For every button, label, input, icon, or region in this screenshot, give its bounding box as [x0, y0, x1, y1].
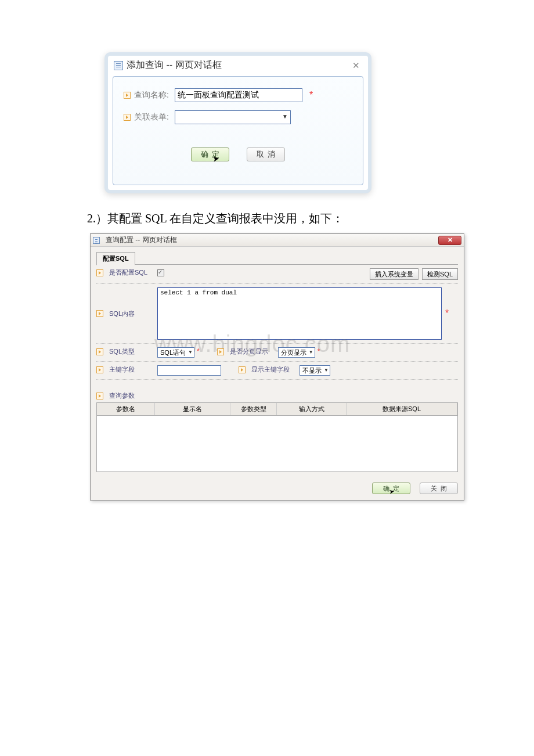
cancel-button-label: 取消 — [257, 149, 279, 160]
add-query-dialog: 添加查询 -- 网页对话框 ✕ 查询名称: * 关联表单: 确定 ➤ — [104, 52, 371, 193]
query-name-label: 查询名称: — [134, 90, 175, 100]
th-param-type: 参数类型 — [230, 403, 277, 415]
dialog-body: 查询名称: * 关联表单: 确定 ➤ 取消 — [113, 76, 363, 185]
sql-content-label: SQL内容 — [109, 309, 135, 318]
arrow-right-icon — [96, 366, 103, 373]
related-form-select[interactable] — [175, 110, 291, 124]
cursor-icon: ➤ — [212, 153, 224, 164]
caption-text: 2.）其配置 SQL 在自定义查询报表中没用，如下： — [87, 211, 447, 226]
dialog-title: 添加查询 -- 网页对话框 — [127, 59, 222, 71]
close-button-label: 关闭 — [431, 484, 450, 493]
show-pk-select[interactable]: 不显示 — [300, 365, 330, 376]
required-star: * — [309, 90, 313, 100]
close-button[interactable]: ✕ — [438, 236, 461, 245]
query-config-dialog: 查询配置 -- 网页对话框 ✕ www.bingdoc.com 配置SQL 是否… — [90, 233, 464, 501]
arrow-right-icon — [96, 348, 103, 355]
required-star: * — [445, 308, 449, 319]
dialog-titlebar: 添加查询 -- 网页对话框 ✕ — [108, 56, 368, 71]
document-icon — [114, 61, 123, 70]
document-icon — [93, 237, 100, 244]
close-icon[interactable]: ✕ — [349, 60, 362, 71]
dialog2-titlebar: 查询配置 -- 网页对话框 ✕ — [91, 234, 464, 247]
close-icon: ✕ — [448, 236, 453, 244]
is-config-sql-label: 是否配置SQL — [109, 268, 147, 277]
query-name-input[interactable] — [175, 88, 302, 102]
show-pk-label: 显示主键字段 — [251, 365, 290, 374]
query-params-label: 查询参数 — [109, 391, 135, 400]
th-param-name: 参数名 — [97, 403, 155, 415]
th-source-sql: 数据来源SQL — [347, 403, 457, 415]
paging-select[interactable]: 分页显示 — [278, 347, 315, 358]
dialog2-body: www.bingdoc.com 配置SQL 是否配置SQL 插入系统变量 检测S… — [91, 247, 464, 478]
pk-field-label: 主键字段 — [109, 365, 135, 374]
ok-button[interactable]: 确定 ➤ — [191, 147, 229, 161]
dialog2-title: 查询配置 -- 网页对话框 — [106, 235, 177, 245]
arrow-right-icon — [217, 348, 224, 355]
check-sql-button[interactable]: 检测SQL — [422, 268, 458, 280]
arrow-right-icon — [96, 393, 103, 399]
close-button[interactable]: 关闭 — [420, 483, 458, 494]
tab-config-sql[interactable]: 配置SQL — [96, 252, 135, 265]
th-input-mode: 输入方式 — [277, 403, 347, 415]
arrow-right-icon — [239, 366, 246, 373]
arrow-right-icon — [124, 114, 131, 121]
required-star: * — [197, 347, 200, 355]
cursor-icon: ➤ — [388, 487, 398, 496]
is-config-sql-checkbox[interactable] — [157, 269, 164, 276]
insert-sys-var-button[interactable]: 插入系统变量 — [370, 268, 418, 280]
cancel-button[interactable]: 取消 — [247, 147, 285, 161]
arrow-right-icon — [124, 92, 131, 99]
sql-type-label: SQL类型 — [109, 347, 135, 356]
arrow-right-icon — [96, 269, 103, 276]
is-paging-label: 是否分页显示 — [230, 347, 268, 356]
th-display-name: 显示名 — [155, 403, 230, 415]
sql-type-select[interactable]: SQL语句 — [157, 347, 194, 358]
related-form-label: 关联表单: — [134, 112, 175, 123]
arrow-right-icon — [96, 310, 103, 317]
required-star: * — [317, 347, 320, 355]
params-table: 参数名 显示名 参数类型 输入方式 数据来源SQL — [96, 402, 458, 472]
sql-content-textarea[interactable]: select 1 a from dual — [157, 287, 442, 340]
ok-button[interactable]: 确定 ➤ — [372, 483, 410, 494]
pk-field-input[interactable] — [157, 365, 221, 376]
